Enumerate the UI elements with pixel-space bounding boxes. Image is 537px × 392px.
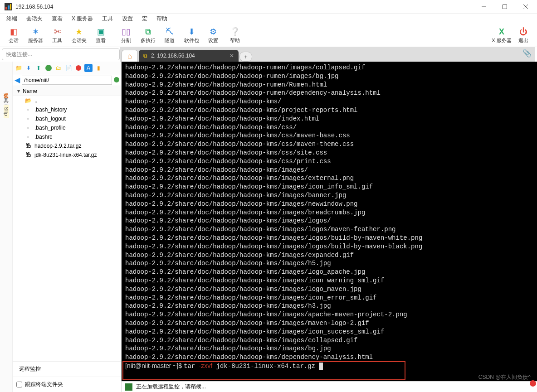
menubar: 终端 会话夹 查看 X 服务器 工具 设置 宏 帮助	[0, 14, 537, 24]
minimize-button[interactable]	[474, 0, 494, 14]
file-name: .bash_history	[34, 106, 67, 113]
toolbar-tools[interactable]: ✄工具	[46, 26, 68, 44]
archive-icon: 🗜	[24, 142, 32, 150]
tab-home[interactable]: ⌂	[122, 50, 138, 62]
packages-icon: ⬇	[186, 26, 197, 37]
remote-monitor-row[interactable]: 远程监控	[13, 361, 121, 377]
track-folder-row[interactable]: 跟踪终端文件夹	[13, 377, 121, 392]
delete-icon[interactable]	[74, 64, 83, 72]
toolbar-packages-label: 软件包	[184, 37, 199, 44]
path-input[interactable]	[22, 76, 112, 85]
toolbar-help[interactable]: ❔帮助	[224, 26, 246, 44]
toolbar-tunnel-label: 隧道	[165, 37, 175, 44]
menu-view[interactable]: 查看	[48, 14, 66, 24]
sort-arrow-icon: ▾	[17, 88, 23, 94]
file-path-row: ◀	[13, 74, 121, 86]
toolbar-session[interactable]: ◧会话	[3, 26, 24, 44]
toolbar-view-label: 查看	[96, 37, 106, 44]
quick-connect-row: ⌂ ⧉ 2. 192.168.56.104 ✕ ＋ 📎	[0, 47, 537, 62]
toolbar-session-label: 会话	[9, 37, 19, 44]
session-icon: ◧	[8, 26, 19, 37]
rail-sftp[interactable]: Sftp	[4, 105, 9, 118]
file-name: .bash_profile	[34, 125, 66, 131]
file-row[interactable]: 🗜hadoop-2.9.2.tar.gz	[13, 141, 121, 150]
svg-rect-1	[5, 7, 7, 10]
toolbar-xserver[interactable]: XX 服务器	[491, 26, 513, 44]
star-icon: ★	[73, 26, 84, 37]
file-row[interactable]: ▫.bash_profile	[13, 123, 121, 132]
toolbar-packages[interactable]: ⬇软件包	[181, 26, 202, 44]
terminal-area: hadoop-2.9.2/share/doc/hadoop/hadoop-rum…	[122, 62, 537, 392]
file-icon: ▫	[24, 133, 32, 140]
svg-rect-5	[503, 5, 507, 9]
copy-icon[interactable]: 📄	[64, 64, 73, 72]
menu-tools[interactable]: 工具	[98, 14, 117, 24]
toolbar-multiexec[interactable]: ⧉多执行	[137, 26, 159, 44]
toolbar-xserver-label: X 服务器	[492, 37, 511, 44]
cursor	[319, 363, 323, 370]
watermark: CSDN @在人间负债^	[478, 373, 531, 381]
file-row[interactable]: 🗜jdk-8u231-linux-x64.tar.gz	[13, 150, 121, 160]
toolbar-servers-label: 服务器	[28, 37, 43, 44]
exit-icon: ⏻	[518, 26, 529, 37]
toolbar-help-label: 帮助	[230, 37, 240, 44]
terminal-icon: ⧉	[143, 53, 147, 59]
maximize-button[interactable]	[494, 0, 515, 14]
toolbar-split-label: 分割	[121, 37, 131, 44]
file-list[interactable]: 📂..▫.bash_history▫.bash_logout▫.bash_pro…	[13, 96, 121, 361]
menu-macros[interactable]: 宏	[138, 14, 151, 24]
statusbar: 正在加载远程监控，请稍候...	[122, 381, 537, 392]
toolbar-view[interactable]: ▣查看	[90, 26, 112, 44]
toolbar-tunnel[interactable]: ⛏隧道	[159, 26, 181, 44]
paperclip-icon[interactable]: 📎	[522, 49, 532, 58]
tab-add-button[interactable]: ＋	[239, 52, 252, 62]
toolbar-split[interactable]: ▯▯分割	[115, 26, 137, 44]
window-title: 192.168.56.104	[15, 4, 474, 10]
toolbar-servers[interactable]: ✶服务器	[24, 26, 46, 44]
svg-rect-2	[8, 5, 10, 10]
view-icon: ▣	[95, 26, 106, 37]
toolbar-settings[interactable]: ⚙设置	[202, 26, 224, 44]
menu-settings[interactable]: 设置	[118, 14, 137, 24]
edit-icon[interactable]: A	[84, 64, 93, 72]
toolbar-sessfolder-label: 会话夹	[72, 37, 87, 44]
file-name: ..	[34, 97, 38, 104]
track-folder-label: 跟踪终端文件夹	[25, 381, 63, 388]
bookmark-icon[interactable]: ▮	[94, 64, 103, 72]
archive-icon: 🗜	[24, 151, 32, 159]
quick-connect-input[interactable]	[2, 48, 120, 60]
file-icon: ▫	[24, 124, 32, 131]
toolbar-tools-label: 工具	[52, 37, 62, 44]
menu-xserver[interactable]: X 服务器	[68, 14, 97, 24]
newfolder-icon[interactable]: 🗂	[54, 64, 63, 72]
folder-icon[interactable]: 📁	[15, 64, 23, 72]
menu-help[interactable]: 帮助	[153, 14, 171, 24]
toolbar-settings-label: 设置	[208, 37, 218, 44]
toolbar-sessfolder[interactable]: ★会话夹	[68, 26, 90, 44]
upload-icon[interactable]: ⬆	[34, 64, 43, 72]
terminal[interactable]: hadoop-2.9.2/share/doc/hadoop/hadoop-rum…	[122, 62, 537, 381]
col-name: Name	[23, 88, 37, 94]
tunnel-icon: ⛏	[164, 26, 175, 37]
track-folder-checkbox[interactable]	[16, 382, 22, 387]
close-button[interactable]	[515, 0, 536, 14]
refresh-icon[interactable]	[44, 64, 53, 72]
menu-sessions[interactable]: 会话夹	[23, 14, 46, 24]
toolbar-exit-label: 退出	[518, 37, 528, 44]
download-icon[interactable]: ⬇	[24, 64, 33, 72]
menu-terminal[interactable]: 终端	[3, 14, 21, 24]
tab-active[interactable]: ⧉ 2. 192.168.56.104 ✕	[139, 50, 239, 62]
file-panel-toolbar: 📁 ⬇ ⬆ 🗂 📄 A ▮	[13, 62, 121, 74]
file-row[interactable]: 📂..	[13, 96, 121, 105]
tab-close-icon[interactable]: ✕	[229, 53, 234, 59]
file-name: .bash_logout	[34, 116, 66, 122]
back-icon[interactable]: ◀	[15, 76, 20, 84]
file-list-header[interactable]: ▾ Name	[13, 86, 121, 96]
file-row[interactable]: ▫.bash_logout	[13, 114, 121, 123]
status-error-icon	[530, 380, 536, 387]
toolbar-exit[interactable]: ⏻退出	[513, 26, 534, 44]
multiexec-icon: ⧉	[142, 26, 153, 37]
file-row[interactable]: ▫.bashrc	[13, 132, 121, 141]
file-name: hadoop-2.9.2.tar.gz	[34, 143, 81, 149]
file-row[interactable]: ▫.bash_history	[13, 105, 121, 114]
